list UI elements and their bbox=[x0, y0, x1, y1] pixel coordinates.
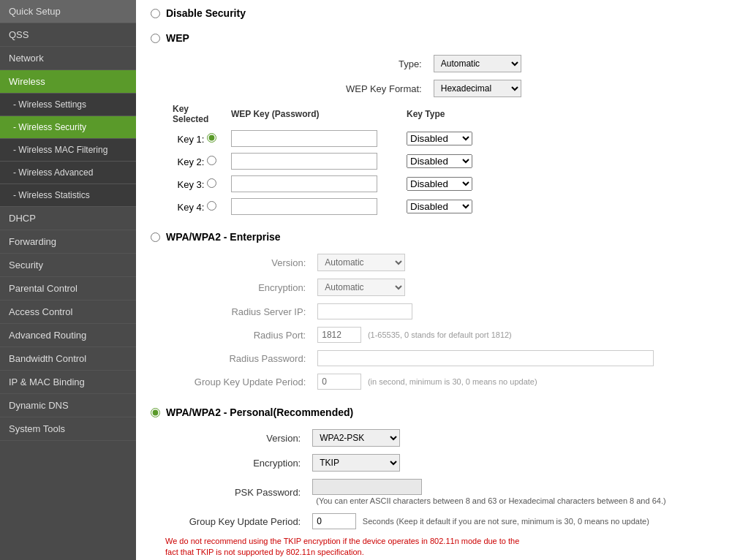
tkip-warning: We do not recommend using the TKIP encry… bbox=[165, 536, 531, 559]
wep-key-row-4: Key 4: Disabled64Bit128Bit152Bit bbox=[165, 195, 480, 218]
sidebar-item-dhcp[interactable]: DHCP bbox=[0, 207, 136, 230]
main-content: Disable Security WEP Type: Automatic Ope… bbox=[136, 0, 740, 560]
sidebar-item-advancedrouting[interactable]: Advanced Routing bbox=[0, 324, 136, 347]
key-3-input[interactable] bbox=[231, 175, 377, 192]
wpa-personal-version-label: Version: bbox=[165, 425, 306, 450]
type-select[interactable]: Automatic Open System Shared Key bbox=[434, 55, 521, 72]
psk-pw-input[interactable] bbox=[312, 479, 422, 495]
key-3-type-select[interactable]: Disabled64Bit128Bit152Bit bbox=[407, 177, 472, 191]
sidebar-item-systemtools[interactable]: System Tools bbox=[0, 417, 136, 441]
wpa-enterprise-form: Version: Automatic WPA WPA2 Encryption: … bbox=[165, 250, 725, 393]
wep-radio[interactable] bbox=[151, 34, 160, 43]
sidebar: Quick SetupQSSNetworkWireless- Wireless … bbox=[0, 0, 136, 560]
sidebar-item-wirelessstatistics[interactable]: - Wireless Statistics bbox=[0, 184, 136, 207]
wpa-enterprise-label: WPA/WPA2 - Enterprise bbox=[166, 231, 281, 243]
wep-key-col: WEP Key (Password) bbox=[224, 101, 399, 127]
sidebar-item-security[interactable]: Security bbox=[0, 254, 136, 277]
group-key2-hint: Seconds (Keep it default if you are not … bbox=[363, 517, 649, 526]
wpa-personal-encryption-label: Encryption: bbox=[165, 450, 306, 475]
disable-security-label: Disable Security bbox=[166, 7, 246, 19]
sidebar-item-parentalcontrol[interactable]: Parental Control bbox=[0, 277, 136, 300]
wpa-version-label: Version: bbox=[165, 250, 312, 275]
sidebar-item-bandwidthcontrol[interactable]: Bandwidth Control bbox=[0, 347, 136, 371]
wpa-personal-radio[interactable] bbox=[151, 408, 160, 417]
wep-key-format-label: WEP Key Format: bbox=[165, 76, 428, 101]
sidebar-item-wirelessmacfiltering[interactable]: - Wireless MAC Filtering bbox=[0, 139, 136, 162]
group-key2-label: Group Key Update Period: bbox=[165, 510, 306, 533]
radius-ip-input[interactable] bbox=[317, 303, 412, 319]
wep-section: WEP Type: Automatic Open System Shared K… bbox=[151, 32, 725, 218]
group-key-label: Group Key Update Period: bbox=[165, 370, 312, 393]
wpa-personal-form: Version: WPA2-PSK Automatic WPA-PSK Encr… bbox=[165, 425, 725, 533]
wpa-enterprise-radio[interactable] bbox=[151, 232, 160, 242]
key-type-col: Key Type bbox=[399, 101, 480, 127]
wpa-personal-encryption-select[interactable]: TKIP AES Automatic bbox=[312, 454, 400, 472]
wpa-encryption-label: Encryption: bbox=[165, 275, 312, 300]
wep-label: WEP bbox=[166, 32, 189, 44]
wpa-enterprise-section: WPA/WPA2 - Enterprise Version: Automatic… bbox=[151, 231, 725, 393]
sidebar-item-wirelesssettings[interactable]: - Wireless Settings bbox=[0, 94, 136, 116]
key-4-input[interactable] bbox=[231, 198, 377, 215]
sidebar-item-accesscontrol[interactable]: Access Control bbox=[0, 300, 136, 324]
wep-form-table: Type: Automatic Open System Shared Key W… bbox=[165, 51, 725, 101]
sidebar-item-wireless[interactable]: Wireless bbox=[0, 70, 136, 94]
sidebar-item-ip&macbinding[interactable]: IP & MAC Binding bbox=[0, 371, 136, 394]
radius-port-hint: (1-65535, 0 stands for default port 1812… bbox=[368, 330, 512, 339]
sidebar-item-wirelessadvanced[interactable]: - Wireless Advanced bbox=[0, 162, 136, 184]
group-key-hint: (in second, minimum is 30, 0 means no up… bbox=[368, 377, 537, 386]
sidebar-item-quicksetup[interactable]: Quick Setup bbox=[0, 0, 136, 23]
key-2-type-select[interactable]: Disabled64Bit128Bit152Bit bbox=[407, 154, 472, 168]
sidebar-item-wirelesssecurity[interactable]: - Wireless Security bbox=[0, 116, 136, 139]
wpa-version-select[interactable]: Automatic WPA WPA2 bbox=[317, 254, 405, 271]
wpa-personal-label: WPA/WPA2 - Personal(Recommended) bbox=[166, 406, 353, 418]
key-4-radio[interactable] bbox=[207, 201, 216, 211]
wep-key-format-select[interactable]: Hexadecimal ASCII bbox=[434, 80, 521, 97]
wep-keys-table: Key Selected WEP Key (Password) Key Type… bbox=[165, 101, 480, 218]
key-4-type-select[interactable]: Disabled64Bit128Bit152Bit bbox=[407, 200, 472, 213]
radius-port-input[interactable] bbox=[317, 327, 361, 343]
disable-security-section: Disable Security bbox=[151, 7, 725, 19]
sidebar-item-qss[interactable]: QSS bbox=[0, 23, 136, 47]
key-2-input[interactable] bbox=[231, 153, 377, 170]
group-key-input[interactable] bbox=[317, 374, 361, 390]
wep-key-row-3: Key 3: Disabled64Bit128Bit152Bit bbox=[165, 173, 480, 195]
psk-pw-label: PSK Password: bbox=[165, 475, 306, 510]
key-1-input[interactable] bbox=[231, 130, 377, 147]
radius-port-label: Radius Port: bbox=[165, 323, 312, 347]
wep-key-row-1: Key 1: Disabled64Bit128Bit152Bit bbox=[165, 127, 480, 150]
radius-pw-label: Radius Password: bbox=[165, 347, 312, 370]
sidebar-item-network[interactable]: Network bbox=[0, 47, 136, 70]
key-1-type-select[interactable]: Disabled64Bit128Bit152Bit bbox=[407, 132, 472, 145]
sidebar-item-forwarding[interactable]: Forwarding bbox=[0, 230, 136, 254]
key-label-3: Key 3: bbox=[165, 173, 224, 195]
disable-security-radio[interactable] bbox=[151, 9, 160, 18]
key-label-2: Key 2: bbox=[165, 150, 224, 173]
key-3-radio[interactable] bbox=[207, 178, 216, 188]
group-key2-input[interactable] bbox=[312, 513, 356, 529]
wep-key-row-2: Key 2: Disabled64Bit128Bit152Bit bbox=[165, 150, 480, 173]
psk-pw-hint: (You can enter ASCII characters between … bbox=[316, 496, 665, 505]
key-label-1: Key 1: bbox=[165, 127, 224, 150]
sidebar-item-dynamicdns[interactable]: Dynamic DNS bbox=[0, 394, 136, 417]
key-label-4: Key 4: bbox=[165, 195, 224, 218]
wpa-encryption-select[interactable]: Automatic TKIP AES bbox=[317, 279, 405, 296]
radius-pw-input[interactable] bbox=[317, 350, 654, 366]
wpa-personal-version-select[interactable]: WPA2-PSK Automatic WPA-PSK bbox=[312, 429, 400, 447]
key-2-radio[interactable] bbox=[207, 156, 216, 165]
wpa-personal-section: WPA/WPA2 - Personal(Recommended) Version… bbox=[151, 406, 725, 559]
key-1-radio[interactable] bbox=[207, 133, 216, 143]
key-selected-col: Key Selected bbox=[165, 101, 224, 127]
radius-ip-label: Radius Server IP: bbox=[165, 300, 312, 323]
type-label: Type: bbox=[165, 51, 428, 76]
